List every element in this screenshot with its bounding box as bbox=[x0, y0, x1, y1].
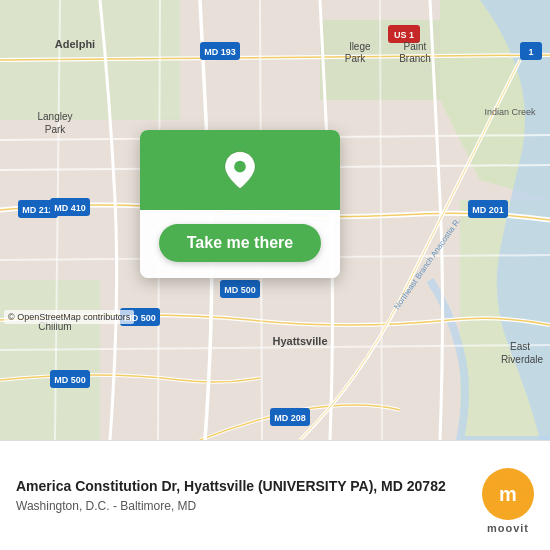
svg-text:Langley: Langley bbox=[37, 111, 72, 122]
svg-point-49 bbox=[234, 161, 246, 173]
svg-text:llege: llege bbox=[349, 41, 371, 52]
svg-text:1: 1 bbox=[528, 47, 533, 57]
navigation-card: Take me there bbox=[140, 130, 340, 278]
svg-text:MD 193: MD 193 bbox=[204, 47, 236, 57]
svg-text:US 1: US 1 bbox=[394, 30, 414, 40]
address-sub: Washington, D.C. - Baltimore, MD bbox=[16, 499, 454, 515]
svg-text:Indian Creek: Indian Creek bbox=[484, 107, 536, 117]
svg-text:Park: Park bbox=[45, 124, 67, 135]
svg-text:MD 201: MD 201 bbox=[472, 205, 504, 215]
marker-area bbox=[140, 130, 340, 210]
svg-text:Riverdale: Riverdale bbox=[501, 354, 544, 365]
svg-text:MD 208: MD 208 bbox=[274, 413, 306, 423]
moovit-logo: m moovit bbox=[482, 468, 534, 534]
moovit-icon: m bbox=[482, 468, 534, 520]
bottom-bar: America Constitution Dr, Hyattsville (UN… bbox=[0, 440, 550, 550]
svg-text:Branch: Branch bbox=[399, 53, 431, 64]
svg-text:MD 410: MD 410 bbox=[54, 203, 86, 213]
svg-text:Paint: Paint bbox=[404, 41, 427, 52]
osm-attribution: © OpenStreetMap contributors bbox=[4, 310, 134, 324]
svg-text:MD 212: MD 212 bbox=[22, 205, 54, 215]
svg-rect-3 bbox=[0, 280, 100, 440]
take-me-there-button[interactable]: Take me there bbox=[159, 224, 321, 262]
map-container: MD 212 MD 193 US 1 MD 410 MD 500 MD 500 … bbox=[0, 0, 550, 440]
svg-text:East: East bbox=[510, 341, 530, 352]
address-block: America Constitution Dr, Hyattsville (UN… bbox=[16, 477, 534, 515]
moovit-label: moovit bbox=[487, 522, 529, 534]
svg-text:m: m bbox=[499, 483, 517, 505]
address-main: America Constitution Dr, Hyattsville (UN… bbox=[16, 477, 454, 495]
svg-text:MD 500: MD 500 bbox=[54, 375, 86, 385]
svg-text:Park: Park bbox=[345, 53, 367, 64]
svg-text:Adelphi: Adelphi bbox=[55, 38, 95, 50]
svg-text:MD 500: MD 500 bbox=[224, 285, 256, 295]
map-pin-icon bbox=[220, 150, 260, 190]
svg-text:Hyattsville: Hyattsville bbox=[272, 335, 327, 347]
